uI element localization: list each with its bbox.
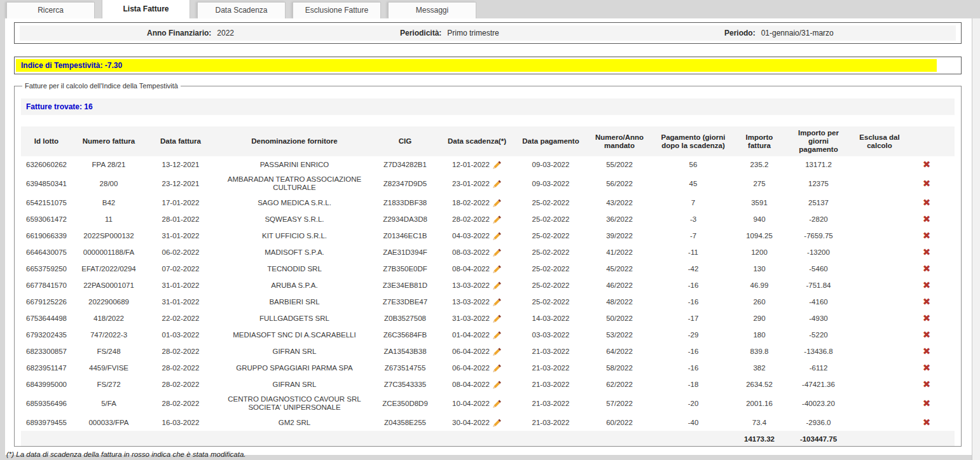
indice-tempestivita-box: Indice di Tempestività: -7.30 [14,57,962,74]
cell-pagamento: 21-03-2022 [517,362,584,375]
exclude-invoice-x-icon[interactable]: ✖ [923,179,931,188]
tab-messaggi[interactable]: Messaggi [388,2,476,18]
due-date-value: 31-03-2022 [452,315,490,323]
exclude-invoice-x-icon[interactable]: ✖ [923,363,931,372]
cell-scadenza: 18-02-2022 [437,196,517,210]
edit-due-date-pencil-icon[interactable] [492,160,502,170]
due-date-value: 10-04-2022 [452,400,490,408]
cell-mandato: 57/2022 [584,397,654,410]
edit-due-date-pencil-icon[interactable] [492,297,502,307]
edit-due-date-pencil-icon[interactable] [492,264,502,274]
cell-cig: ZCE350D8D9 [373,397,437,410]
cell-scadenza: 04-03-2022 [437,229,517,243]
table-row: 6823300857FS/24828-02-2022GIFRAN SRLZA13… [21,343,955,360]
exclude-invoice-x-icon[interactable]: ✖ [923,297,931,306]
cell-data_fattura: 31-01-2022 [146,279,216,292]
cell-data_fattura: 28-02-2022 [146,345,216,358]
cell-mandato: 56/2022 [584,177,654,191]
cell-giorni: -16 [654,345,732,358]
cell-esclusa [850,382,909,387]
exclude-invoice-x-icon[interactable]: ✖ [923,264,931,273]
periodicita-label: Periodicità: [400,25,441,41]
exclude-invoice-x-icon[interactable]: ✖ [923,160,931,169]
cell-scadenza: 30-04-2022 [437,416,517,430]
scrollbar-track[interactable] [972,18,980,460]
edit-due-date-pencil-icon[interactable] [492,330,502,340]
cell-fornitore: TECNODID SRL [216,262,373,276]
edit-due-date-pencil-icon[interactable] [492,418,502,428]
total-empty-cell [373,436,437,442]
cell-numero: 000033/FPA [72,416,146,430]
cell-exclude-action: ✖ [909,416,944,430]
exclude-invoice-x-icon[interactable]: ✖ [923,418,931,427]
cell-id: 6679125226 [21,295,72,309]
total-empty-cell [21,436,72,442]
exclude-invoice-x-icon[interactable]: ✖ [923,248,931,257]
column-header-9: Importo fattura [732,131,787,152]
cell-exclude-action: ✖ [909,361,944,375]
edit-due-date-pencil-icon[interactable] [492,314,502,323]
cell-fornitore: KIT UFFICIO S.R.L. [216,229,373,243]
cell-cig: Z01346EC1B [373,229,437,243]
cell-exclude-action: ✖ [909,396,944,411]
cell-importo: 290 [732,312,787,325]
exclude-invoice-x-icon[interactable]: ✖ [923,314,931,323]
exclude-invoice-x-icon[interactable]: ✖ [923,330,931,339]
cell-id: 6823300857 [21,345,72,358]
tab-lista-fatture[interactable]: Lista Fatture [102,0,190,18]
cell-pagamento: 25-02-2022 [517,196,584,210]
edit-due-date-pencil-icon[interactable] [492,399,502,409]
edit-due-date-pencil-icon[interactable] [492,198,502,208]
cell-scadenza: 10-04-2022 [437,396,517,411]
filters-bar: Anno Finanziario: 2022 Periodicità: Prim… [20,25,956,41]
exclude-invoice-x-icon[interactable]: ✖ [923,281,931,290]
exclude-invoice-x-icon[interactable]: ✖ [923,347,931,356]
cell-giorni: -16 [654,295,732,309]
table-body: 6326060262FPA 28/2113-12-2021PASSARINI E… [21,156,955,431]
total-empty-cell [72,436,146,442]
cell-scadenza: 06-04-2022 [437,361,517,375]
cell-importo: 73.4 [732,416,787,430]
table-row: 667784157022PAS000107131-01-2022ARUBA S.… [21,277,955,294]
edit-due-date-pencil-icon[interactable] [492,248,502,257]
edit-due-date-pencil-icon[interactable] [492,347,502,356]
cell-id: 6542151075 [21,196,72,210]
exclude-invoice-x-icon[interactable]: ✖ [923,198,931,207]
cell-pagamento: 25-02-2022 [517,213,584,226]
cell-pagamento: 09-03-2022 [517,158,584,172]
cell-fornitore: GIFRAN SRL [216,378,373,391]
exclude-invoice-x-icon[interactable]: ✖ [923,399,931,408]
edit-due-date-pencil-icon[interactable] [492,231,502,241]
cell-scadenza: 06-04-2022 [437,344,517,359]
cell-cig: Z7D34282B1 [373,158,437,172]
cell-exclude-action: ✖ [909,311,944,326]
cell-fornitore: PASSARINI ENRICO [216,158,373,172]
cell-id: 6326060262 [21,158,72,172]
cell-data_fattura: 31-01-2022 [146,295,216,309]
tab-ricerca[interactable]: Ricerca [6,2,95,18]
exclude-invoice-x-icon[interactable]: ✖ [923,380,931,389]
edit-due-date-pencil-icon[interactable] [492,215,502,224]
exclude-invoice-x-icon[interactable]: ✖ [923,231,931,240]
tab-data-scadenza[interactable]: Data Scadenza [197,2,286,18]
cell-giorni: -11 [654,246,732,259]
table-row: 66464300750000001188/FA06-02-2022MADISOF… [21,244,955,260]
cell-importo_giorni: 13171.2 [787,158,850,172]
due-date-value: 30-04-2022 [452,419,490,427]
exclude-invoice-x-icon[interactable]: ✖ [923,215,931,224]
edit-due-date-pencil-icon[interactable] [492,179,502,189]
cell-esclusa [850,266,909,271]
table-row: 66190663392022SP00013231-01-2022KIT UFFI… [21,227,955,244]
cell-giorni: -18 [654,378,732,391]
edit-due-date-pencil-icon[interactable] [492,380,502,389]
cell-importo_giorni: -13436.8 [787,345,850,358]
due-date-value: 13-03-2022 [452,298,490,306]
cell-scadenza: 08-04-2022 [437,377,517,392]
edit-due-date-pencil-icon[interactable] [492,281,502,290]
tab-esclusione-fatture[interactable]: Esclusione Fatture [293,2,381,18]
cell-fornitore: GRUPPO SPAGGIARI PARMA SPA [216,362,373,375]
cell-giorni: -16 [654,279,732,292]
edit-due-date-pencil-icon[interactable] [492,363,502,373]
cell-esclusa [850,181,909,186]
cell-scadenza: 01-04-2022 [437,328,517,342]
